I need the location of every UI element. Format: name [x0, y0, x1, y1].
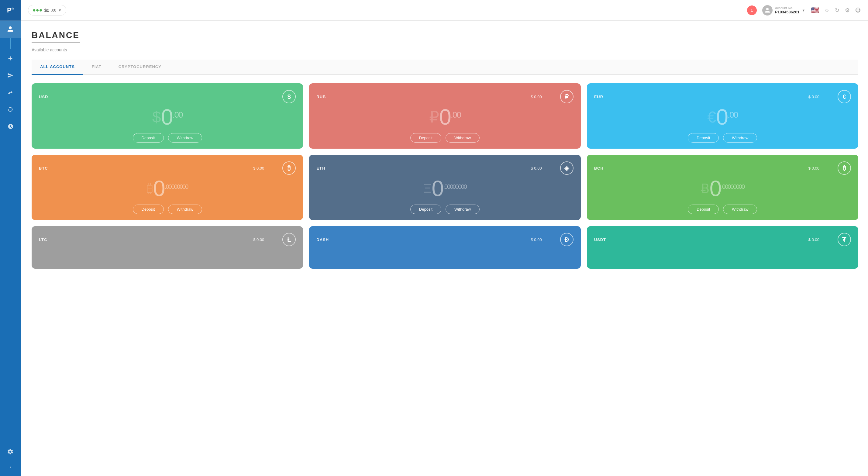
card-eth-footer: Deposit Withdraw [316, 205, 573, 214]
card-ltc-header: LTC $ 0.00 Ł [39, 233, 296, 246]
card-eur-decimal: .00 [727, 110, 738, 120]
account-info[interactable]: Account No. P1034586261 ▼ [762, 5, 805, 16]
card-usd-label: USD [39, 94, 48, 99]
card-eur-withdraw[interactable]: Withdraw [723, 133, 757, 143]
avatar [762, 5, 773, 16]
sidebar-item-chart[interactable] [0, 84, 21, 101]
account-chevron-icon: ▼ [802, 8, 805, 12]
card-btc-decimal: .00000000 [165, 183, 188, 190]
card-rub-symbol: ₽ [429, 108, 439, 126]
card-eth-deposit[interactable]: Deposit [410, 205, 441, 214]
card-dash-label: DASH [316, 237, 329, 242]
sidebar-divider-1 [10, 38, 11, 49]
card-rub-header: RUB $ 0.00 ₽ [316, 90, 573, 103]
card-dash-icon: Đ [560, 233, 574, 246]
card-bch-header: BCH $ 0.00 ₿ [594, 161, 851, 175]
sidebar-expand[interactable]: › [0, 460, 21, 474]
card-btc-icon: ₿ [282, 161, 296, 175]
card-rub-main: 0 [439, 105, 451, 129]
card-btc-amount: ₿ 0 .00000000 [39, 176, 296, 201]
card-rub-decimal: .00 [451, 110, 461, 120]
page-title: BALANCE [32, 30, 858, 40]
tab-fiat[interactable]: FIAT [83, 60, 110, 75]
card-usdt-label: USDT [594, 237, 606, 242]
card-usd-header: USD $ [39, 90, 296, 103]
card-rub-amount: ₽ 0 .00 [316, 105, 573, 129]
card-bch-withdraw[interactable]: Withdraw [723, 205, 757, 214]
sidebar-item-people[interactable] [0, 21, 21, 38]
title-underline [32, 42, 80, 43]
power-icon[interactable]: ⏻ [855, 7, 861, 13]
card-rub-withdraw[interactable]: Withdraw [445, 133, 479, 143]
card-rub-label: RUB [316, 94, 326, 99]
card-dash-header: DASH $ 0.00 Đ [316, 233, 573, 246]
topbar-left: ●●● $0.00 ▼ [28, 5, 66, 16]
card-btc-symbol: ₿ [147, 181, 153, 196]
card-usd-deposit[interactable]: Deposit [133, 133, 164, 143]
card-eur-deposit[interactable]: Deposit [688, 133, 719, 143]
card-bch-icon: ₿ [838, 161, 851, 175]
card-bch-amount: Ƀ 0 .00000000 [594, 176, 851, 201]
topbar: ●●● $0.00 ▼ 1 Account No. P1034586261 ▼ … [21, 0, 868, 21]
refresh-icon[interactable]: ↻ [835, 7, 839, 14]
sidebar-item-history[interactable] [0, 118, 21, 135]
card-eur-header: EUR $ 0.00 € [594, 90, 851, 103]
sidebar-item-sync[interactable] [0, 101, 21, 118]
card-eth-withdraw[interactable]: Withdraw [445, 205, 479, 214]
sidebar-item-navigate[interactable] [0, 67, 21, 84]
card-usdt-header: USDT $ 0.00 ₮ [594, 233, 851, 246]
card-eth-usd: $ 0.00 [531, 166, 542, 171]
card-rub-deposit[interactable]: Deposit [410, 133, 441, 143]
balance-chevron-icon: ▼ [58, 8, 62, 12]
card-bch-label: BCH [594, 166, 603, 171]
sidebar-item-add[interactable] [0, 50, 21, 67]
card-bch-deposit[interactable]: Deposit [688, 205, 719, 214]
app-logo[interactable]: P® [0, 0, 21, 21]
content-inner: BALANCE Available accounts ALL ACCOUNTS … [21, 21, 868, 476]
balance-pill[interactable]: ●●● $0.00 ▼ [28, 5, 66, 16]
sidebar-item-settings[interactable] [0, 443, 21, 460]
card-dash-usd: $ 0.00 [531, 237, 542, 242]
card-eth: ETH $ 0.00 ◈ Ξ 0 .00000000 Deposit [309, 155, 581, 220]
card-btc-main: 0 [153, 176, 165, 201]
card-bch-decimal: .00000000 [721, 183, 745, 190]
settings-icon[interactable]: ⚙ [845, 7, 850, 14]
account-number: P1034586261 [775, 10, 800, 14]
card-dash: DASH $ 0.00 Đ [309, 226, 581, 269]
card-rub-usd: $ 0.00 [531, 94, 542, 99]
tab-all-accounts[interactable]: ALL ACCOUNTS [32, 60, 83, 75]
card-btc-deposit[interactable]: Deposit [133, 205, 164, 214]
card-bch-usd: $ 0.00 [808, 166, 819, 171]
topbar-right: 1 Account No. P1034586261 ▼ 🇺🇸 ☼ ↻ ⚙ ⏻ [747, 5, 861, 16]
card-eth-main: 0 [432, 176, 443, 201]
card-btc-withdraw[interactable]: Withdraw [168, 205, 202, 214]
tab-cryptocurrency[interactable]: CRYPTOCURRENCY [110, 60, 170, 75]
balance-decimal: .00 [51, 8, 56, 12]
flag-icon: 🇺🇸 [811, 6, 819, 14]
brightness-icon[interactable]: ☼ [825, 7, 830, 13]
sidebar: P® › [0, 0, 21, 476]
card-bch-main: 0 [710, 176, 721, 201]
card-bch: BCH $ 0.00 ₿ Ƀ 0 .00000000 Deposit [587, 155, 858, 220]
card-usd-decimal: .00 [173, 110, 183, 120]
card-usd-footer: Deposit Withdraw [39, 133, 296, 143]
card-eth-header: ETH $ 0.00 ◈ [316, 161, 573, 175]
card-rub-icon: ₽ [560, 90, 574, 103]
balance-amount: $0 [44, 8, 50, 13]
card-btc: BTC $ 0.00 ₿ ₿ 0 .00000000 Deposit [32, 155, 303, 220]
card-usdt: USDT $ 0.00 ₮ [587, 226, 858, 269]
card-eur-icon: € [838, 90, 851, 103]
account-text: Account No. P1034586261 [775, 6, 800, 14]
balance-dots-icon: ●●● [33, 7, 42, 13]
card-usd-withdraw[interactable]: Withdraw [168, 133, 202, 143]
notification-badge[interactable]: 1 [747, 5, 757, 15]
account-label: Account No. [775, 6, 800, 10]
card-eth-amount: Ξ 0 .00000000 [316, 176, 573, 201]
main-area: ●●● $0.00 ▼ 1 Account No. P1034586261 ▼ … [21, 0, 868, 476]
card-eur: EUR $ 0.00 € € 0 .00 Deposit [587, 83, 858, 149]
card-eur-symbol: € [707, 108, 715, 126]
card-btc-label: BTC [39, 166, 48, 171]
card-usd-symbol: $ [152, 108, 160, 126]
card-ltc-usd: $ 0.00 [253, 237, 264, 242]
card-rub: RUB $ 0.00 ₽ ₽ 0 .00 Deposit [309, 83, 581, 149]
